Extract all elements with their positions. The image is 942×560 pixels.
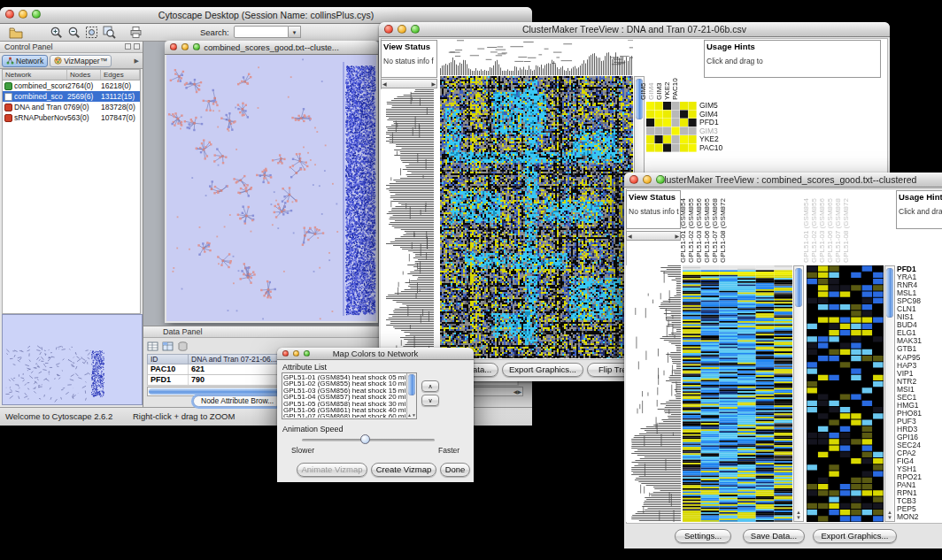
birdseye-view[interactable] (2, 314, 143, 405)
attribute-list-item[interactable]: GPL51-06 (GSM861) heat shock 40 min (283, 407, 405, 413)
gene-label[interactable]: YSH1 (897, 465, 942, 473)
gene-label[interactable]: RPN1 (897, 489, 942, 497)
gene-label[interactable]: MSI1 (897, 386, 942, 394)
treeview-titlebar[interactable]: ClusterMaker TreeView : DNA and Tran 07-… (379, 22, 890, 37)
gene-label[interactable]: PEP5 (897, 505, 942, 513)
gene-label[interactable]: MON2 (897, 513, 942, 521)
dendrogram-hscrollbar[interactable]: ◀ ▶ (626, 231, 681, 241)
close-button[interactable] (282, 350, 289, 357)
attribute-list-item[interactable]: GPL51-07 (GSM868) heat shock 60 min (283, 413, 405, 418)
gene-label[interactable]: TCB3 (897, 497, 942, 505)
gene-label[interactable]: HAP3 (897, 362, 942, 370)
gene-label[interactable]: VIP1 (897, 370, 942, 378)
zoom-button[interactable] (32, 10, 41, 19)
animation-speed-slider[interactable] (302, 434, 435, 445)
gene-label[interactable]: YRA1 (897, 273, 942, 281)
gene-label[interactable]: PHO81 (897, 410, 942, 418)
scrollbar-thumb[interactable] (408, 374, 415, 395)
gene-label[interactable]: MSL1 (897, 289, 942, 297)
attribute-grid-icon[interactable] (162, 341, 174, 352)
attribute-list-item[interactable]: GPL51-04 (GSM857) heat shock 20 min (283, 394, 405, 400)
matrix-row-label[interactable]: PAC10 (699, 144, 738, 153)
gene-label[interactable]: NTR2 (897, 378, 942, 386)
dialog-titlebar[interactable]: Map Colors to Network (277, 348, 474, 360)
gene-label[interactable]: CLN1 (897, 305, 942, 313)
zoom-out-icon[interactable] (67, 26, 81, 40)
gene-label[interactable]: PUF3 (897, 418, 942, 426)
heatmap-canvas[interactable] (440, 76, 633, 358)
gene-label[interactable]: GPI16 (897, 433, 942, 441)
node-attribute-browser-button[interactable]: Node Attribute Brow... (193, 395, 282, 407)
zoom-heatmap-canvas[interactable] (807, 265, 884, 522)
slider-thumb[interactable] (360, 434, 370, 444)
zoom-selected-icon[interactable] (103, 26, 117, 40)
search-dropdown-button[interactable]: ▾ (289, 26, 301, 38)
row-dendrogram[interactable] (626, 265, 681, 522)
attribute-list-item[interactable]: GPL51-03 (GSM856) heat shock 15 min (283, 387, 405, 394)
gene-label[interactable]: HRD3 (897, 426, 942, 433)
close-button[interactable] (5, 10, 14, 19)
gene-label[interactable]: PAN1 (897, 481, 942, 489)
gene-label[interactable]: KAP95 (897, 354, 942, 362)
list-vscrollbar[interactable]: ▲▼ (406, 373, 416, 418)
gene-label[interactable]: PFD1 (897, 265, 942, 273)
row-dendrogram[interactable] (381, 89, 434, 358)
close-button[interactable] (384, 25, 393, 34)
close-panel-icon[interactable] (134, 43, 140, 50)
scroll-left-icon[interactable]: ◀ (382, 81, 387, 87)
gene-label[interactable]: GTB1 (897, 345, 942, 353)
minimize-button[interactable] (19, 10, 27, 19)
network-view-titlebar[interactable]: combined_scores_good.txt--cluste... (165, 41, 378, 55)
gene-label[interactable]: RPO21 (897, 473, 942, 481)
save-data-button[interactable]: Save Data... (743, 529, 805, 543)
settings-button[interactable]: Settings... (675, 529, 731, 543)
zoom-button[interactable] (656, 175, 665, 184)
minimize-button[interactable] (643, 175, 652, 184)
scroll-right-icon[interactable]: ▶ (431, 81, 436, 87)
attribute-list-item[interactable]: GPL51-05 (GSM858) heat shock 30 min (283, 401, 405, 407)
database-icon[interactable] (177, 341, 189, 352)
close-button[interactable] (170, 43, 177, 50)
minimize-button[interactable] (293, 350, 299, 357)
gene-label[interactable]: HMG1 (897, 402, 942, 410)
dendrogram-hscrollbar[interactable]: ◀ ▶ (381, 79, 437, 88)
zoom-button[interactable] (193, 43, 200, 50)
selected-cluster-matrix[interactable] (646, 102, 697, 152)
gene-label[interactable]: NIS1 (897, 313, 942, 321)
gene-vscrollbar[interactable]: ▲▼ (884, 265, 895, 522)
tab-vizmapper[interactable]: VizMapper™ (50, 55, 112, 67)
heatmap-canvas[interactable] (683, 265, 792, 522)
gene-label[interactable]: BUD4 (897, 321, 942, 329)
heatmap-vscrollbar[interactable]: ▲▼ (793, 265, 804, 522)
close-button[interactable] (629, 175, 638, 184)
create-vizmap-button[interactable]: Create Vizmap (371, 463, 436, 477)
table-icon[interactable] (147, 341, 158, 352)
export-graphics-button[interactable]: Export Graphics... (502, 363, 583, 377)
scrollbar-arrows[interactable]: ▲▼ (407, 413, 416, 418)
animate-vizmap-button[interactable]: Animate Vizmap (297, 463, 367, 477)
scrollbar-thumb[interactable] (795, 268, 802, 307)
float-panel-icon[interactable] (125, 43, 131, 50)
treeview-titlebar[interactable]: ClusterMaker TreeView : combined_scores_… (624, 173, 942, 188)
zoom-button[interactable] (304, 350, 310, 357)
scroll-left-icon[interactable]: ◀ (628, 233, 632, 239)
search-input[interactable] (234, 26, 289, 38)
zoom-button[interactable] (411, 25, 420, 34)
gene-label[interactable]: SEC24 (897, 441, 942, 449)
gene-label[interactable]: SEC1 (897, 394, 942, 402)
move-up-button[interactable]: ∧ (421, 380, 439, 392)
network-row-selected[interactable]: combined_sco 2569(6) 13112(15) (3, 91, 140, 102)
move-down-button[interactable]: ∨ (421, 395, 439, 406)
attribute-list-item[interactable]: GPL51-01 (GSM854) heat shock 05 min (283, 374, 405, 380)
gene-label[interactable]: MAK31 (897, 337, 942, 345)
gene-label[interactable]: SPC98 (897, 297, 942, 305)
scrollbar-arrows[interactable]: ◀▶ (513, 388, 521, 395)
tab-network[interactable]: Network (2, 55, 48, 67)
network-row[interactable]: sRNAPuberNov2 563(0) 107847(0) (3, 112, 140, 123)
network-row[interactable]: combined_scores 2764(0) 16218(0) (3, 81, 140, 91)
minimize-button[interactable] (398, 25, 406, 34)
zoom-fit-icon[interactable] (85, 26, 99, 40)
export-graphics-button[interactable]: Export Graphics... (813, 529, 897, 543)
open-folder-icon[interactable] (9, 26, 23, 40)
zoom-in-icon[interactable] (50, 26, 64, 40)
